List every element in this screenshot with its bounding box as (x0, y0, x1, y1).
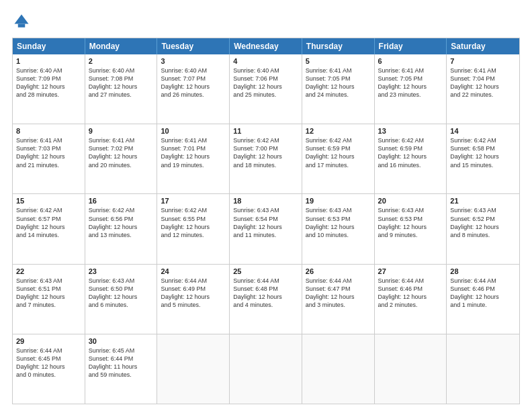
day-number: 13 (378, 127, 443, 135)
header-day-friday: Friday (375, 38, 447, 54)
day-number: 18 (233, 197, 298, 205)
calendar-cell: 15Sunrise: 6:42 AMSunset: 6:57 PMDayligh… (13, 194, 85, 263)
calendar-cell: 18Sunrise: 6:43 AMSunset: 6:54 PMDayligh… (230, 194, 302, 263)
calendar-cell: 23Sunrise: 6:43 AMSunset: 6:50 PMDayligh… (85, 265, 158, 334)
calendar-cell: 22Sunrise: 6:43 AMSunset: 6:51 PMDayligh… (13, 265, 85, 334)
day-number: 20 (378, 197, 443, 205)
calendar-cell (230, 334, 302, 404)
day-number: 29 (16, 337, 81, 345)
day-info: Sunrise: 6:41 AMSunset: 7:05 PMDaylight:… (306, 66, 371, 99)
day-info: Sunrise: 6:42 AMSunset: 6:57 PMDaylight:… (16, 206, 81, 239)
day-info: Sunrise: 6:43 AMSunset: 6:53 PMDaylight:… (378, 206, 443, 239)
day-info: Sunrise: 6:45 AMSunset: 6:44 PMDaylight:… (89, 347, 154, 379)
day-number: 12 (306, 127, 371, 135)
calendar-cell: 14Sunrise: 6:42 AMSunset: 6:58 PMDayligh… (447, 124, 519, 193)
day-number: 15 (16, 197, 81, 205)
calendar-cell: 8Sunrise: 6:41 AMSunset: 7:03 PMDaylight… (13, 124, 85, 193)
day-info: Sunrise: 6:42 AMSunset: 6:59 PMDaylight:… (306, 136, 371, 169)
day-info: Sunrise: 6:40 AMSunset: 7:09 PMDaylight:… (16, 66, 81, 99)
day-number: 9 (89, 127, 154, 135)
day-number: 25 (233, 267, 298, 275)
day-number: 14 (450, 127, 516, 135)
day-info: Sunrise: 6:40 AMSunset: 7:07 PMDaylight:… (161, 66, 226, 99)
calendar-cell: 30Sunrise: 6:45 AMSunset: 6:44 PMDayligh… (85, 334, 158, 404)
header-day-monday: Monday (85, 38, 158, 54)
header-day-tuesday: Tuesday (157, 38, 230, 54)
day-info: Sunrise: 6:44 AMSunset: 6:49 PMDaylight:… (161, 277, 226, 310)
calendar-cell: 21Sunrise: 6:43 AMSunset: 6:52 PMDayligh… (447, 194, 519, 263)
calendar-row-3: 22Sunrise: 6:43 AMSunset: 6:51 PMDayligh… (13, 264, 519, 334)
day-number: 22 (16, 267, 81, 275)
svg-rect-1 (18, 24, 26, 28)
svg-marker-0 (15, 15, 29, 24)
day-info: Sunrise: 6:44 AMSunset: 6:47 PMDaylight:… (306, 277, 371, 310)
day-number: 19 (306, 197, 371, 205)
day-number: 30 (89, 337, 154, 345)
day-number: 17 (161, 197, 226, 205)
calendar-row-2: 15Sunrise: 6:42 AMSunset: 6:57 PMDayligh… (13, 193, 519, 263)
calendar-cell (375, 334, 447, 404)
day-info: Sunrise: 6:42 AMSunset: 6:59 PMDaylight:… (378, 136, 443, 169)
calendar-row-1: 8Sunrise: 6:41 AMSunset: 7:03 PMDaylight… (13, 124, 519, 193)
day-number: 23 (89, 267, 154, 275)
day-number: 4 (233, 57, 298, 65)
calendar-cell: 12Sunrise: 6:42 AMSunset: 6:59 PMDayligh… (302, 124, 375, 193)
calendar-cell: 7Sunrise: 6:41 AMSunset: 7:04 PMDaylight… (447, 54, 519, 124)
day-info: Sunrise: 6:41 AMSunset: 7:04 PMDaylight:… (450, 66, 516, 99)
calendar-cell: 5Sunrise: 6:41 AMSunset: 7:05 PMDaylight… (302, 54, 375, 124)
day-info: Sunrise: 6:41 AMSunset: 7:03 PMDaylight:… (16, 136, 81, 169)
calendar-cell: 9Sunrise: 6:41 AMSunset: 7:02 PMDaylight… (85, 124, 158, 193)
calendar-row-0: 1Sunrise: 6:40 AMSunset: 7:09 PMDaylight… (13, 54, 519, 124)
day-number: 28 (450, 267, 516, 275)
day-info: Sunrise: 6:41 AMSunset: 7:05 PMDaylight:… (378, 66, 443, 99)
day-info: Sunrise: 6:42 AMSunset: 6:58 PMDaylight:… (450, 136, 516, 169)
day-info: Sunrise: 6:43 AMSunset: 6:51 PMDaylight:… (16, 277, 81, 310)
calendar-header: SundayMondayTuesdayWednesdayThursdayFrid… (13, 38, 519, 54)
day-info: Sunrise: 6:40 AMSunset: 7:08 PMDaylight:… (89, 66, 154, 99)
day-info: Sunrise: 6:41 AMSunset: 7:01 PMDaylight:… (161, 136, 226, 169)
day-number: 3 (161, 57, 226, 65)
calendar: SundayMondayTuesdayWednesdayThursdayFrid… (12, 38, 520, 404)
day-info: Sunrise: 6:42 AMSunset: 7:00 PMDaylight:… (233, 136, 298, 169)
day-info: Sunrise: 6:42 AMSunset: 6:55 PMDaylight:… (161, 206, 226, 239)
day-info: Sunrise: 6:44 AMSunset: 6:48 PMDaylight:… (233, 277, 298, 310)
calendar-cell: 13Sunrise: 6:42 AMSunset: 6:59 PMDayligh… (375, 124, 447, 193)
day-info: Sunrise: 6:44 AMSunset: 6:46 PMDaylight:… (378, 277, 443, 310)
day-info: Sunrise: 6:41 AMSunset: 7:02 PMDaylight:… (89, 136, 154, 169)
day-number: 7 (450, 57, 516, 65)
day-number: 6 (378, 57, 443, 65)
day-number: 21 (450, 197, 516, 205)
day-number: 10 (161, 127, 226, 135)
calendar-cell: 17Sunrise: 6:42 AMSunset: 6:55 PMDayligh… (157, 194, 230, 263)
day-number: 5 (306, 57, 371, 65)
day-info: Sunrise: 6:40 AMSunset: 7:06 PMDaylight:… (233, 66, 298, 99)
calendar-cell: 27Sunrise: 6:44 AMSunset: 6:46 PMDayligh… (375, 265, 447, 334)
calendar-cell: 4Sunrise: 6:40 AMSunset: 7:06 PMDaylight… (230, 54, 302, 124)
day-info: Sunrise: 6:43 AMSunset: 6:53 PMDaylight:… (306, 206, 371, 239)
calendar-cell: 24Sunrise: 6:44 AMSunset: 6:49 PMDayligh… (157, 265, 230, 334)
day-info: Sunrise: 6:44 AMSunset: 6:46 PMDaylight:… (450, 277, 516, 310)
logo (12, 12, 34, 31)
page-header (12, 12, 520, 31)
day-number: 26 (306, 267, 371, 275)
header-day-thursday: Thursday (302, 38, 375, 54)
day-info: Sunrise: 6:44 AMSunset: 6:45 PMDaylight:… (16, 347, 81, 379)
calendar-cell: 29Sunrise: 6:44 AMSunset: 6:45 PMDayligh… (13, 334, 85, 404)
day-info: Sunrise: 6:42 AMSunset: 6:56 PMDaylight:… (89, 206, 154, 239)
calendar-cell (157, 334, 230, 404)
header-day-saturday: Saturday (447, 38, 519, 54)
calendar-cell: 26Sunrise: 6:44 AMSunset: 6:47 PMDayligh… (302, 265, 375, 334)
calendar-body: 1Sunrise: 6:40 AMSunset: 7:09 PMDaylight… (13, 54, 519, 404)
calendar-cell: 10Sunrise: 6:41 AMSunset: 7:01 PMDayligh… (157, 124, 230, 193)
calendar-cell (302, 334, 375, 404)
day-number: 16 (89, 197, 154, 205)
header-day-sunday: Sunday (13, 38, 85, 54)
day-info: Sunrise: 6:43 AMSunset: 6:50 PMDaylight:… (89, 277, 154, 310)
calendar-cell: 3Sunrise: 6:40 AMSunset: 7:07 PMDaylight… (157, 54, 230, 124)
calendar-cell: 28Sunrise: 6:44 AMSunset: 6:46 PMDayligh… (447, 265, 519, 334)
day-number: 1 (16, 57, 81, 65)
calendar-row-4: 29Sunrise: 6:44 AMSunset: 6:45 PMDayligh… (13, 334, 519, 404)
calendar-cell (447, 334, 519, 404)
day-number: 27 (378, 267, 443, 275)
calendar-cell: 11Sunrise: 6:42 AMSunset: 7:00 PMDayligh… (230, 124, 302, 193)
